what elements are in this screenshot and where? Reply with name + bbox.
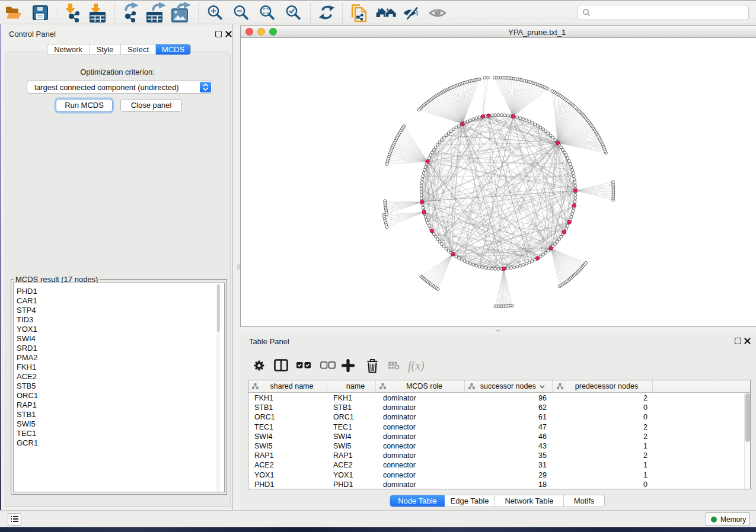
- svg-text:f(x): f(x): [408, 359, 425, 373]
